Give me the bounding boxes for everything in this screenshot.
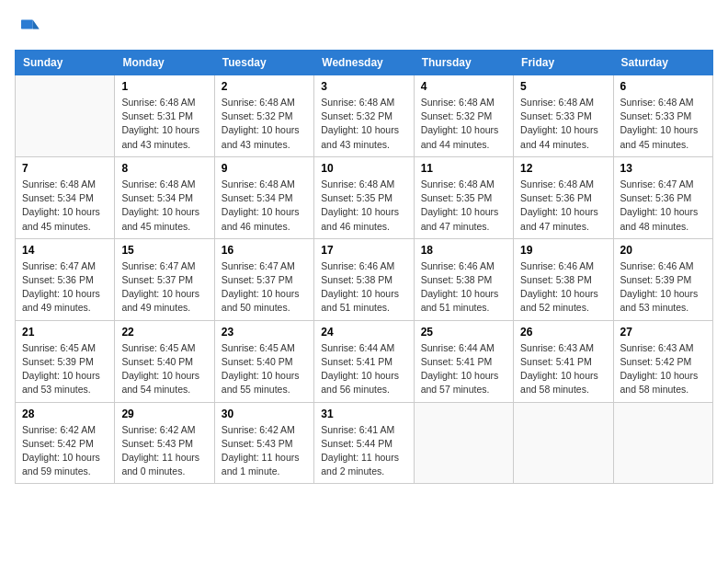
day-number: 9 xyxy=(222,162,307,175)
calendar-cell: 8Sunrise: 6:48 AM Sunset: 5:34 PM Daylig… xyxy=(115,156,214,238)
day-info: Sunrise: 6:48 AM Sunset: 5:33 PM Dayligh… xyxy=(520,96,606,152)
day-number: 7 xyxy=(22,162,108,175)
day-info: Sunrise: 6:48 AM Sunset: 5:33 PM Dayligh… xyxy=(620,96,706,152)
day-number: 2 xyxy=(222,80,307,93)
column-header-thursday: Thursday xyxy=(414,51,513,75)
calendar-header: SundayMondayTuesdayWednesdayThursdayFrid… xyxy=(16,51,713,75)
calendar-cell xyxy=(514,402,613,484)
calendar-cell: 7Sunrise: 6:48 AM Sunset: 5:34 PM Daylig… xyxy=(16,156,115,238)
day-number: 3 xyxy=(321,80,406,93)
week-row-4: 21Sunrise: 6:45 AM Sunset: 5:39 PM Dayli… xyxy=(16,320,713,402)
day-info: Sunrise: 6:47 AM Sunset: 5:36 PM Dayligh… xyxy=(620,178,706,234)
week-row-2: 7Sunrise: 6:48 AM Sunset: 5:34 PM Daylig… xyxy=(16,156,713,238)
day-number: 8 xyxy=(121,162,207,175)
day-info: Sunrise: 6:48 AM Sunset: 5:34 PM Dayligh… xyxy=(121,178,207,234)
day-info: Sunrise: 6:47 AM Sunset: 5:36 PM Dayligh… xyxy=(22,259,108,316)
calendar-cell: 23Sunrise: 6:45 AM Sunset: 5:40 PM Dayli… xyxy=(214,320,313,402)
calendar-cell: 1Sunrise: 6:48 AM Sunset: 5:31 PM Daylig… xyxy=(115,75,214,157)
day-info: Sunrise: 6:48 AM Sunset: 5:34 PM Dayligh… xyxy=(22,178,108,234)
day-number: 14 xyxy=(22,244,108,257)
day-number: 10 xyxy=(321,162,406,175)
calendar-cell: 25Sunrise: 6:44 AM Sunset: 5:41 PM Dayli… xyxy=(414,320,513,402)
calendar-cell: 17Sunrise: 6:46 AM Sunset: 5:38 PM Dayli… xyxy=(314,238,414,320)
day-number: 11 xyxy=(421,162,506,175)
day-number: 17 xyxy=(321,244,406,257)
calendar-cell: 9Sunrise: 6:48 AM Sunset: 5:34 PM Daylig… xyxy=(214,156,313,238)
calendar-cell: 5Sunrise: 6:48 AM Sunset: 5:33 PM Daylig… xyxy=(514,75,613,157)
week-row-1: 1Sunrise: 6:48 AM Sunset: 5:31 PM Daylig… xyxy=(16,75,713,157)
column-header-tuesday: Tuesday xyxy=(214,51,313,75)
day-info: Sunrise: 6:48 AM Sunset: 5:32 PM Dayligh… xyxy=(421,96,506,152)
calendar-cell: 3Sunrise: 6:48 AM Sunset: 5:32 PM Daylig… xyxy=(314,75,414,157)
day-number: 30 xyxy=(222,408,307,420)
column-header-friday: Friday xyxy=(514,51,613,75)
calendar-cell: 15Sunrise: 6:47 AM Sunset: 5:37 PM Dayli… xyxy=(115,238,214,320)
day-info: Sunrise: 6:48 AM Sunset: 5:36 PM Dayligh… xyxy=(520,178,606,234)
day-info: Sunrise: 6:42 AM Sunset: 5:43 PM Dayligh… xyxy=(121,423,207,479)
calendar-cell: 24Sunrise: 6:44 AM Sunset: 5:41 PM Dayli… xyxy=(314,320,414,402)
calendar-cell: 21Sunrise: 6:45 AM Sunset: 5:39 PM Dayli… xyxy=(16,320,115,402)
calendar-cell: 11Sunrise: 6:48 AM Sunset: 5:35 PM Dayli… xyxy=(414,156,513,238)
day-number: 4 xyxy=(421,80,506,93)
calendar-cell xyxy=(613,402,712,484)
day-number: 5 xyxy=(520,80,606,93)
day-info: Sunrise: 6:42 AM Sunset: 5:42 PM Dayligh… xyxy=(22,423,108,479)
calendar-cell: 20Sunrise: 6:46 AM Sunset: 5:39 PM Dayli… xyxy=(613,238,712,320)
day-number: 26 xyxy=(520,326,606,339)
calendar-cell: 30Sunrise: 6:42 AM Sunset: 5:43 PM Dayli… xyxy=(214,402,313,484)
svg-marker-1 xyxy=(33,20,40,29)
day-info: Sunrise: 6:48 AM Sunset: 5:32 PM Dayligh… xyxy=(321,96,406,152)
calendar-cell: 10Sunrise: 6:48 AM Sunset: 5:35 PM Dayli… xyxy=(314,156,414,238)
calendar-cell: 28Sunrise: 6:42 AM Sunset: 5:42 PM Dayli… xyxy=(16,402,115,484)
calendar-cell: 4Sunrise: 6:48 AM Sunset: 5:32 PM Daylig… xyxy=(414,75,513,157)
logo-icon xyxy=(15,15,40,40)
calendar-cell: 26Sunrise: 6:43 AM Sunset: 5:41 PM Dayli… xyxy=(514,320,613,402)
column-header-sunday: Sunday xyxy=(16,51,115,75)
day-info: Sunrise: 6:47 AM Sunset: 5:37 PM Dayligh… xyxy=(222,259,307,316)
day-info: Sunrise: 6:46 AM Sunset: 5:38 PM Dayligh… xyxy=(520,259,606,316)
day-info: Sunrise: 6:43 AM Sunset: 5:42 PM Dayligh… xyxy=(620,341,706,397)
day-info: Sunrise: 6:48 AM Sunset: 5:35 PM Dayligh… xyxy=(321,178,406,234)
header-row: SundayMondayTuesdayWednesdayThursdayFrid… xyxy=(16,51,713,75)
calendar-cell: 18Sunrise: 6:46 AM Sunset: 5:38 PM Dayli… xyxy=(414,238,513,320)
day-info: Sunrise: 6:46 AM Sunset: 5:38 PM Dayligh… xyxy=(321,259,406,316)
day-info: Sunrise: 6:48 AM Sunset: 5:34 PM Dayligh… xyxy=(222,178,307,234)
day-info: Sunrise: 6:41 AM Sunset: 5:44 PM Dayligh… xyxy=(321,423,406,479)
calendar-cell: 27Sunrise: 6:43 AM Sunset: 5:42 PM Dayli… xyxy=(613,320,712,402)
day-info: Sunrise: 6:42 AM Sunset: 5:43 PM Dayligh… xyxy=(222,423,307,479)
page-header xyxy=(15,15,713,40)
day-number: 25 xyxy=(421,326,506,339)
calendar-cell: 29Sunrise: 6:42 AM Sunset: 5:43 PM Dayli… xyxy=(115,402,214,484)
calendar-cell: 6Sunrise: 6:48 AM Sunset: 5:33 PM Daylig… xyxy=(613,75,712,157)
week-row-3: 14Sunrise: 6:47 AM Sunset: 5:36 PM Dayli… xyxy=(16,238,713,320)
day-number: 13 xyxy=(620,162,706,175)
calendar-cell xyxy=(16,75,115,157)
calendar-table: SundayMondayTuesdayWednesdayThursdayFrid… xyxy=(15,50,713,484)
day-number: 29 xyxy=(121,408,207,420)
calendar-cell: 14Sunrise: 6:47 AM Sunset: 5:36 PM Dayli… xyxy=(16,238,115,320)
column-header-saturday: Saturday xyxy=(613,51,712,75)
day-number: 6 xyxy=(620,80,706,93)
calendar-cell: 19Sunrise: 6:46 AM Sunset: 5:38 PM Dayli… xyxy=(514,238,613,320)
day-number: 19 xyxy=(520,244,606,257)
day-info: Sunrise: 6:48 AM Sunset: 5:32 PM Dayligh… xyxy=(222,96,307,152)
week-row-5: 28Sunrise: 6:42 AM Sunset: 5:42 PM Dayli… xyxy=(16,402,713,484)
calendar-body: 1Sunrise: 6:48 AM Sunset: 5:31 PM Daylig… xyxy=(16,75,713,484)
calendar-cell xyxy=(414,402,513,484)
calendar-cell: 16Sunrise: 6:47 AM Sunset: 5:37 PM Dayli… xyxy=(214,238,313,320)
day-number: 24 xyxy=(321,326,406,339)
calendar-cell: 31Sunrise: 6:41 AM Sunset: 5:44 PM Dayli… xyxy=(314,402,414,484)
day-number: 16 xyxy=(222,244,307,257)
column-header-monday: Monday xyxy=(115,51,214,75)
day-number: 21 xyxy=(22,326,108,339)
day-number: 31 xyxy=(321,408,406,420)
day-number: 28 xyxy=(22,408,108,420)
day-number: 12 xyxy=(520,162,606,175)
day-number: 20 xyxy=(620,244,706,257)
calendar-cell: 12Sunrise: 6:48 AM Sunset: 5:36 PM Dayli… xyxy=(514,156,613,238)
svg-rect-2 xyxy=(21,20,33,29)
day-info: Sunrise: 6:48 AM Sunset: 5:31 PM Dayligh… xyxy=(121,96,207,152)
calendar-cell: 22Sunrise: 6:45 AM Sunset: 5:40 PM Dayli… xyxy=(115,320,214,402)
column-header-wednesday: Wednesday xyxy=(314,51,414,75)
logo xyxy=(15,15,44,40)
